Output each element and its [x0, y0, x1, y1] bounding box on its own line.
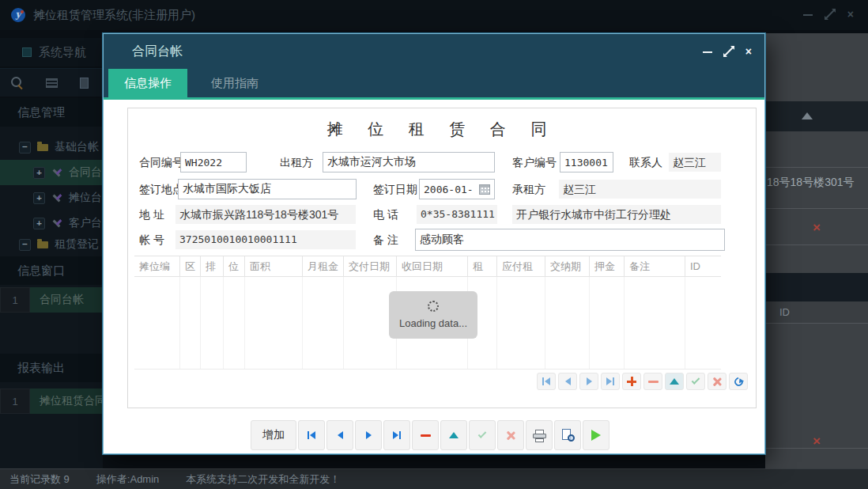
tree-item-base-ledger[interactable]: 基础台帐 [0, 135, 103, 160]
main-titlebar: 摊位租赁管理系统(非注册用户) [0, 0, 868, 30]
tree-item-rental-register[interactable]: 租赁登记 [0, 236, 103, 253]
grid-accept-button[interactable] [686, 373, 705, 390]
dialog-minimize-icon[interactable] [703, 51, 712, 53]
printer-icon [533, 430, 546, 442]
main-window-controls: × [803, 9, 854, 19]
sign-date-picker[interactable]: 2006-01- [419, 179, 495, 199]
col-stall-no[interactable]: 摊位编 [134, 256, 180, 276]
run-button[interactable] [583, 420, 609, 450]
col-row[interactable]: 排 [201, 256, 224, 276]
document-icon[interactable] [80, 78, 89, 89]
nav-prev-button[interactable] [326, 420, 353, 450]
nav-next-button[interactable] [355, 420, 382, 450]
col-slot[interactable]: 位 [224, 256, 245, 276]
delete-icon[interactable]: × [765, 215, 868, 236]
col-zone[interactable]: 区 [180, 256, 201, 276]
sidebar-section-info-window: 信息窗口 [0, 256, 103, 285]
lessor-label: 出租方 [280, 152, 313, 172]
address-label: 地 址 [139, 204, 164, 225]
tree-item-contract-ledger[interactable]: 合同台帐 [0, 160, 103, 185]
spinner-icon [428, 301, 439, 312]
col-id[interactable]: ID [685, 256, 712, 276]
dialog-close-icon[interactable]: × [745, 47, 752, 56]
tab-info-operation[interactable]: 信息操作 [108, 69, 187, 97]
grid-pager [537, 373, 748, 390]
account-value: 3725010010010001111 [175, 230, 356, 249]
contact-label: 联系人 [629, 152, 662, 172]
sign-place-input[interactable] [178, 179, 357, 199]
delete-record-button[interactable] [412, 420, 439, 450]
col-area[interactable]: 面积 [245, 256, 303, 276]
grid-header-row: 摊位编 区 排 位 面积 月租金 交付日期 收回日期 租 应付租 交纳期 押金 … [134, 256, 721, 277]
dialog-maximize-icon[interactable] [724, 47, 734, 56]
sidebar: 信息管理 基础台帐 合同台帐 摊位台帐 客户台帐 租赁登记 信息窗口 [0, 98, 103, 468]
list-view-icon[interactable] [46, 78, 58, 88]
grid-collapse-button[interactable] [665, 373, 684, 390]
nav-first-button[interactable] [298, 420, 325, 450]
play-icon [591, 430, 601, 441]
tool-icon [51, 218, 62, 228]
remark-input[interactable] [415, 229, 725, 251]
tab-system-navigation[interactable]: 系统导航 [0, 38, 103, 66]
col-remark[interactable]: 备注 [625, 256, 685, 276]
report-row[interactable]: 1 摊位租赁合同 [0, 389, 103, 414]
grid-remove-button[interactable] [643, 373, 662, 390]
print-button[interactable] [526, 420, 553, 450]
dialog-body: 摊 位 租 赁 合 同 合同编号 出租方 客户编号 联系人 赵三江 签订地点 签… [104, 100, 764, 453]
expand-expander-icon[interactable] [33, 167, 45, 179]
row-label: 摊位租赁合同 [30, 389, 103, 414]
cancel-button[interactable] [497, 420, 524, 450]
contract-form: 摊 位 租 赁 合 同 合同编号 出租方 客户编号 联系人 赵三江 签订地点 签… [127, 108, 757, 408]
sidebar-section-reports: 报表输出 [0, 354, 103, 382]
grid-add-button[interactable] [622, 373, 641, 390]
sign-date-value: 2006-01- [424, 184, 474, 195]
restore-icon[interactable] [825, 9, 835, 19]
col-monthly-rent[interactable]: 月租金 [303, 256, 344, 276]
contract-ledger-dialog: 合同台帐 × 信息操作 使用指南 摊 位 租 赁 合 同 合同编号 出租方 客户… [103, 33, 765, 454]
tab-user-guide[interactable]: 使用指南 [195, 69, 274, 97]
grid-prev-button[interactable] [558, 373, 577, 390]
background-row: 18号18号楼301号 [765, 168, 868, 209]
statusbar: 当前记录数 9 操作者:Admin 本系统支持二次开发和全新开发！ [0, 468, 868, 489]
tree-item-stall-ledger[interactable]: 摊位台帐 [0, 185, 103, 210]
dialog-titlebar[interactable]: 合同台帐 × [104, 34, 764, 69]
grid-next-button[interactable] [579, 373, 598, 390]
app-root: 摊位租赁管理系统(非注册用户) × 系统导航 信息管理 基础台帐 合同台帐 摊位 [0, 0, 868, 489]
accept-button[interactable] [469, 420, 496, 450]
tab-system-navigation-label: 系统导航 [39, 45, 86, 60]
status-message: 本系统支持二次开发和全新开发！ [186, 472, 340, 487]
col-return-date[interactable]: 收回日期 [397, 256, 468, 276]
lessor-input[interactable] [323, 152, 495, 172]
collapse-button[interactable] [440, 420, 467, 450]
collapse-expander-icon[interactable] [19, 142, 31, 154]
minimize-icon[interactable] [803, 14, 813, 16]
search-icon[interactable] [11, 77, 24, 89]
grid-refresh-button[interactable] [729, 373, 748, 390]
info-window-row[interactable]: 1 合同台帐 [0, 287, 103, 313]
collapse-expander-icon[interactable] [19, 239, 31, 251]
expand-expander-icon[interactable] [33, 218, 45, 229]
close-icon[interactable]: × [847, 9, 854, 19]
grid-first-button[interactable] [537, 373, 556, 390]
col-rent[interactable]: 租 [468, 256, 497, 276]
col-deposit[interactable]: 押金 [590, 256, 625, 276]
grid-cancel-button[interactable] [708, 373, 726, 390]
grid-last-button[interactable] [601, 373, 620, 390]
add-record-button[interactable]: 增加 [251, 420, 296, 450]
collapse-up-icon[interactable] [802, 112, 813, 119]
col-pay-period[interactable]: 交纳期 [545, 256, 590, 276]
tool-icon [51, 193, 62, 203]
expand-expander-icon[interactable] [33, 192, 45, 204]
print-preview-button[interactable] [554, 420, 581, 450]
row-label: 合同台帐 [30, 287, 103, 313]
delete-icon[interactable]: × [765, 429, 868, 449]
col-payable-rent[interactable]: 应付租 [497, 256, 545, 276]
tree-item-customer-ledger[interactable]: 客户台帐 [0, 210, 103, 236]
record-toolbar: 增加 [251, 420, 609, 450]
nav-last-button[interactable] [383, 420, 410, 450]
calendar-icon[interactable] [479, 184, 490, 195]
background-address-fragment: 18号18号楼301号 [765, 168, 868, 190]
col-deliver-date[interactable]: 交付日期 [344, 256, 397, 276]
contract-no-input[interactable] [180, 152, 247, 172]
customer-no-input[interactable] [560, 152, 613, 172]
